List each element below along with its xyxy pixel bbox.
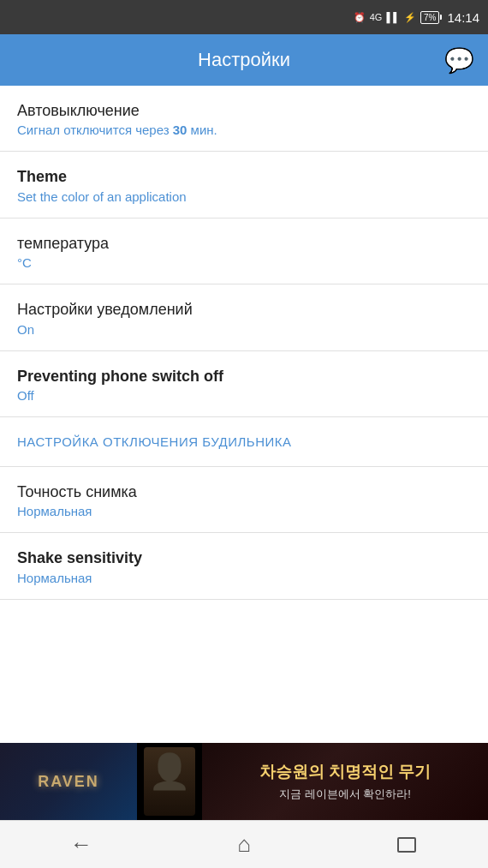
settings-item-alarm[interactable]: НАСТРОЙКА ОТКЛЮЧЕНИЯ БУДИЛЬНИКА — [0, 417, 488, 467]
battery-indicator: 7% — [420, 11, 439, 24]
item-subtitle-shake-sensitivity: Нормальная — [17, 571, 471, 585]
recent-apps-button[interactable] — [381, 828, 432, 862]
settings-item-prevent-off[interactable]: Preventing phone switch off Off — [0, 351, 488, 417]
network-bars-icon: ▌▌ — [386, 12, 400, 22]
subtitle-prefix: Сигнал отключится через — [17, 123, 173, 137]
item-subtitle-photo-accuracy: Нормальная — [17, 504, 471, 518]
item-subtitle-prevent-off: Off — [17, 388, 471, 403]
settings-item-auto-off[interactable]: Автовыключение Сигнал отключится через 3… — [0, 86, 488, 152]
ad-brand: RAVEN — [38, 773, 99, 791]
chat-icon[interactable]: 💬 — [444, 46, 474, 75]
ad-banner[interactable]: RAVEN 차승원의 치명적인 무기 지금 레이븐에서 확인하라! — [0, 743, 488, 820]
item-title-temperature: температура — [17, 234, 471, 254]
settings-item-photo-accuracy[interactable]: Точность снимка Нормальная — [0, 467, 488, 533]
status-time: 14:14 — [447, 10, 479, 25]
bottom-nav: ← ⌂ — [0, 820, 488, 868]
settings-item-shake-sensitivity[interactable]: Shake sensitivity Нормальная — [0, 533, 488, 599]
item-subtitle-notifications: On — [17, 322, 471, 337]
settings-item-theme[interactable]: Theme Set the color of an application — [0, 152, 488, 218]
back-icon: ← — [70, 831, 92, 858]
recent-apps-icon — [397, 837, 416, 853]
status-icons: ⏰ 4G ▌▌ ⚡ 7% 14:14 — [354, 10, 479, 25]
item-title-notifications: Настройки уведомлений — [17, 300, 471, 320]
ad-figure — [144, 747, 195, 816]
subtitle-suffix: мин. — [187, 123, 217, 137]
app-header: Настройки 💬 — [0, 34, 488, 86]
page-title: Настройки — [198, 49, 290, 71]
item-subtitle-auto-off: Сигнал отключится через 30 мин. — [17, 123, 471, 137]
battery-level: 7% — [424, 13, 436, 22]
lightning-icon: ⚡ — [404, 12, 416, 23]
item-title-photo-accuracy: Точность снимка — [17, 482, 471, 502]
item-title-shake-sensitivity: Shake sensitivity — [17, 548, 471, 568]
settings-list: Автовыключение Сигнал отключится через 3… — [0, 86, 488, 743]
clock-icon: ⏰ — [354, 12, 366, 23]
signal-icon: 4G — [370, 12, 383, 22]
home-icon: ⌂ — [237, 831, 251, 858]
ad-sub-text: 지금 레이븐에서 확인하라! — [279, 787, 411, 802]
item-subtitle-theme: Set the color of an application — [17, 189, 471, 204]
ad-left-section: RAVEN — [0, 743, 137, 820]
status-bar: ⏰ 4G ▌▌ ⚡ 7% 14:14 — [0, 0, 488, 34]
settings-item-temperature[interactable]: температура °C — [0, 218, 488, 284]
settings-item-notifications[interactable]: Настройки уведомлений On — [0, 284, 488, 350]
subtitle-bold-value: 30 — [173, 123, 187, 137]
alarm-link-text: НАСТРОЙКА ОТКЛЮЧЕНИЯ БУДИЛЬНИКА — [17, 434, 471, 449]
home-button[interactable]: ⌂ — [218, 828, 270, 862]
ad-main-text: 차승원의 치명적인 무기 — [259, 761, 431, 783]
item-title-theme: Theme — [17, 167, 471, 187]
back-button[interactable]: ← — [56, 828, 107, 862]
item-title-prevent-off: Preventing phone switch off — [17, 367, 471, 386]
ad-right-section: 차승원의 치명적인 무기 지금 레이븐에서 확인하라! — [202, 743, 488, 820]
item-title-auto-off: Автовыключение — [17, 101, 471, 121]
item-subtitle-temperature: °C — [17, 255, 471, 270]
